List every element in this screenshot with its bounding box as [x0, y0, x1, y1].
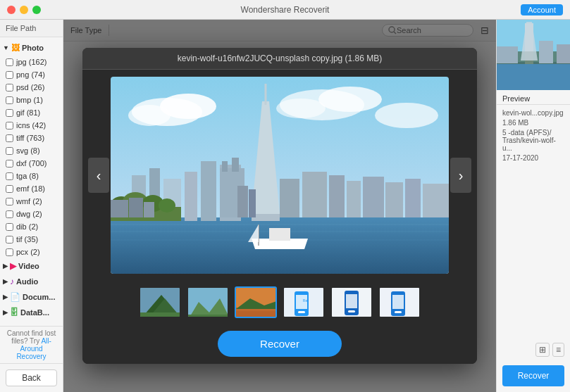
- thumbnail-3[interactable]: [235, 286, 277, 318]
- account-button[interactable]: Account: [521, 4, 563, 15]
- minimize-button[interactable]: [20, 6, 28, 14]
- icns-label: icns (42): [16, 121, 46, 129]
- sidebar-category-video[interactable]: ▶ ▶ Video: [0, 258, 63, 274]
- svg-text:Re: Re: [303, 298, 308, 303]
- sidebar-item-dib[interactable]: dib (2): [0, 220, 63, 233]
- info-filename: kevin-wol...copy.jpg: [502, 109, 564, 117]
- sidebar-item-wmf[interactable]: wmf (2): [0, 195, 63, 208]
- svg-rect-54: [188, 315, 229, 318]
- database-icon: 🗄: [10, 308, 18, 317]
- bmp-checkbox[interactable]: [6, 96, 13, 104]
- sidebar-item-psd[interactable]: psd (26): [0, 81, 63, 94]
- back-button[interactable]: Back: [6, 369, 57, 386]
- info-location: 5 -data (APFS)/Trash/kevin-wolf-u...: [502, 129, 564, 152]
- prev-image-button[interactable]: ‹: [88, 158, 109, 193]
- thumbnail-2[interactable]: [187, 286, 229, 318]
- back-section: Back: [0, 363, 63, 392]
- title-bar: Wondershare Recoverit Account: [0, 0, 570, 20]
- svg-checkbox[interactable]: [6, 147, 13, 155]
- sidebar-category-audio[interactable]: ▶ ♪ Audio: [0, 274, 63, 289]
- sidebar-item-bmp[interactable]: bmp (1): [0, 94, 63, 106]
- sidebar-item-tiff[interactable]: tiff (763): [0, 132, 63, 144]
- svg-rect-27: [302, 172, 327, 217]
- emf-label: emf (18): [16, 184, 45, 193]
- svg-rect-51: [140, 312, 181, 318]
- view-toggle: ⊞ ≡: [497, 340, 570, 360]
- thumbnail-4[interactable]: Re: [283, 286, 325, 318]
- window-controls[interactable]: [7, 6, 41, 14]
- triangle-icon-audio: ▶: [3, 278, 8, 285]
- pcx-checkbox[interactable]: [6, 248, 13, 256]
- video-label: Video: [18, 262, 39, 270]
- right-panel-thumbnail: [497, 20, 570, 90]
- svg-rect-32: [405, 179, 421, 217]
- thumbnail-5[interactable]: [330, 286, 373, 318]
- sidebar-item-emf[interactable]: emf (18): [0, 182, 63, 195]
- icns-checkbox[interactable]: [6, 122, 13, 129]
- dxf-checkbox[interactable]: [6, 160, 13, 167]
- sidebar-item-tif[interactable]: tif (35): [0, 233, 63, 246]
- document-label: Docum...: [23, 293, 55, 301]
- svg-rect-70: [392, 295, 404, 309]
- document-icon: 📄: [10, 292, 20, 302]
- svg-rect-57: [236, 309, 277, 311]
- close-button[interactable]: [7, 6, 16, 14]
- svg-rect-24: [222, 161, 228, 172]
- sidebar-category-document[interactable]: ▶ 📄 Docum...: [0, 289, 63, 305]
- svg-rect-18: [201, 161, 216, 221]
- sidebar-item-svg[interactable]: svg (8): [0, 144, 63, 157]
- tif-checkbox[interactable]: [6, 236, 13, 244]
- list-view-button[interactable]: ≡: [552, 343, 564, 357]
- emf-checkbox[interactable]: [6, 185, 13, 193]
- sidebar-item-dwg[interactable]: dwg (2): [0, 208, 63, 220]
- next-image-button[interactable]: ›: [450, 158, 471, 193]
- dib-checkbox[interactable]: [6, 223, 13, 231]
- main-container: File Path ▼ 🖼 Photo jpg (162) png (74) p…: [0, 20, 570, 392]
- svg-rect-35: [249, 189, 256, 217]
- file-path-label: File Path: [6, 24, 36, 32]
- tga-checkbox[interactable]: [6, 172, 13, 180]
- dwg-checkbox[interactable]: [6, 210, 13, 218]
- sidebar-item-tga[interactable]: tga (8): [0, 170, 63, 182]
- info-date: 17-17-2020: [502, 154, 564, 162]
- svg-rect-33: [423, 184, 449, 217]
- city-image: [111, 77, 449, 274]
- right-panel: Preview kevin-wol...copy.jpg 1.86 MB 5 -…: [496, 20, 570, 392]
- svg-rect-17: [185, 172, 197, 221]
- tiff-label: tiff (763): [16, 134, 44, 142]
- sidebar-item-png[interactable]: png (74): [0, 68, 63, 81]
- sidebar-item-dxf[interactable]: dxf (700): [0, 157, 63, 170]
- svg-rect-31: [385, 182, 403, 217]
- preview-main-image: ‹: [82, 70, 477, 281]
- jpg-checkbox[interactable]: [6, 58, 13, 66]
- wmf-label: wmf (2): [16, 197, 42, 206]
- psd-checkbox[interactable]: [6, 84, 13, 91]
- preview-overlay: kevin-wolf-u16nfw2JUCQ-unsplash copy.jpg…: [63, 20, 496, 392]
- right-panel-preview-label: Preview: [497, 90, 570, 105]
- thumbnail-6[interactable]: [378, 286, 421, 318]
- thumbnail-1[interactable]: [139, 286, 181, 318]
- sidebar-item-gif[interactable]: gif (81): [0, 106, 63, 119]
- gif-label: gif (81): [16, 108, 40, 117]
- gif-checkbox[interactable]: [6, 109, 13, 117]
- svg-point-44: [159, 198, 175, 213]
- wmf-checkbox[interactable]: [6, 198, 13, 206]
- svg-rect-25: [232, 158, 239, 172]
- sidebar-item-icns[interactable]: icns (42): [0, 119, 63, 132]
- tiff-checkbox[interactable]: [6, 134, 13, 142]
- recover-section: Recover: [82, 324, 477, 364]
- recover-button-modal[interactable]: Recover: [218, 331, 342, 357]
- grid-view-button[interactable]: ⊞: [535, 343, 550, 357]
- svg-rect-66: [346, 294, 357, 308]
- sidebar-item-jpg[interactable]: jpg (162): [0, 56, 63, 68]
- maximize-button[interactable]: [32, 6, 41, 14]
- sidebar-items: ▼ 🖼 Photo jpg (162) png (74) psd (26) bm…: [0, 37, 63, 326]
- recover-button-main[interactable]: Recover: [502, 365, 564, 386]
- dwg-label: dwg (2): [16, 210, 42, 218]
- svg-point-7: [318, 87, 382, 112]
- svg-rect-77: [539, 41, 553, 63]
- png-checkbox[interactable]: [6, 71, 13, 79]
- sidebar-category-photo[interactable]: ▼ 🖼 Photo: [0, 40, 63, 56]
- sidebar-category-database[interactable]: ▶ 🗄 DataB...: [0, 305, 63, 320]
- sidebar-item-pcx[interactable]: pcx (2): [0, 246, 63, 258]
